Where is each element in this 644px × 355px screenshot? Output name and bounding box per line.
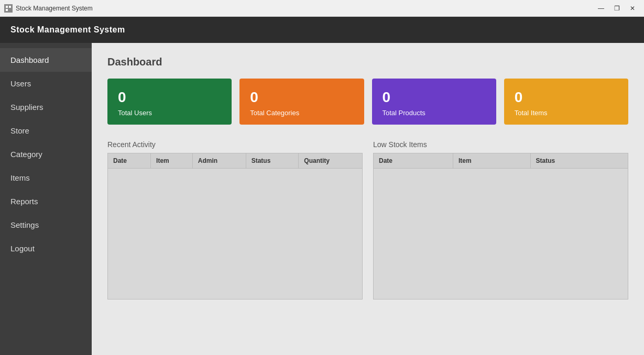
col-quantity: Quantity [299,153,363,169]
maximize-button[interactable]: ❐ [609,3,624,14]
sidebar-label-category: Category [10,150,42,159]
title-bar: Stock Management System — ❐ ✕ [0,0,644,17]
window-title: Stock Management System [16,5,93,12]
sidebar-item-items[interactable]: Items [0,166,92,190]
stat-number-items: 0 [515,89,618,106]
sidebar-item-settings[interactable]: Settings [0,213,92,237]
app-header-title: Stock Management System [10,25,125,35]
app-header: Stock Management System [0,17,644,43]
sidebar-item-store[interactable]: Store [0,119,92,142]
content-area: Dashboard 0 Total Users 0 Total Categori… [92,43,644,355]
app-icon [4,4,13,13]
stat-cards: 0 Total Users 0 Total Categories 0 Total… [107,79,628,125]
col-ls-date: Date [374,153,453,169]
sidebar-item-users[interactable]: Users [0,72,92,95]
low-stock-container: Low Stock Items Date Item Status [373,140,628,299]
col-status: Status [246,153,299,169]
svg-rect-1 [6,6,8,8]
stat-card-products: 0 Total Products [372,79,496,125]
stat-label-products: Total Products [383,109,486,117]
col-ls-status: Status [530,153,628,169]
app-window: Stock Management System — ❐ ✕ Stock Mana… [0,0,644,355]
low-stock-table: Date Item Status [373,153,628,299]
low-stock-title: Low Stock Items [373,140,628,149]
stat-card-items: 0 Total Items [504,79,628,125]
stat-label-categories: Total Categories [250,109,353,117]
col-ls-item: Item [453,153,530,169]
sidebar-item-reports[interactable]: Reports [0,190,92,213]
recent-activity-title: Recent Activity [107,140,363,149]
minimize-button[interactable]: — [594,3,608,14]
sidebar-label-items: Items [10,173,30,182]
stat-number-products: 0 [383,89,486,106]
sidebar-label-logout: Logout [10,244,35,253]
sidebar-label-suppliers: Suppliers [10,103,43,112]
svg-rect-2 [9,6,11,8]
sidebar: Dashboard Users Suppliers Store Category… [0,43,92,355]
stat-label-items: Total Items [515,109,618,117]
sidebar-label-users: Users [10,79,31,88]
col-date: Date [108,153,151,169]
col-admin: Admin [192,153,246,169]
page-title: Dashboard [107,56,628,68]
stat-label-users: Total Users [118,109,221,117]
col-item: Item [151,153,193,169]
stat-card-categories: 0 Total Categories [239,79,364,125]
recent-activity-container: Recent Activity Date Item Admin Status Q… [107,140,363,299]
sidebar-item-category[interactable]: Category [0,142,92,166]
sidebar-item-suppliers[interactable]: Suppliers [0,95,92,119]
main-layout: Dashboard Users Suppliers Store Category… [0,43,644,355]
stat-number-categories: 0 [250,89,353,106]
sidebar-item-dashboard[interactable]: Dashboard [0,48,92,72]
window-controls: — ❐ ✕ [594,3,640,14]
close-button[interactable]: ✕ [625,3,640,14]
recent-activity-table: Date Item Admin Status Quantity [107,153,363,299]
sidebar-label-settings: Settings [10,220,39,229]
svg-rect-3 [6,9,8,11]
sidebar-label-reports: Reports [10,197,38,206]
title-bar-left: Stock Management System [4,4,93,13]
sidebar-label-store: Store [10,126,29,135]
sidebar-item-logout[interactable]: Logout [0,237,92,260]
stat-card-users: 0 Total Users [107,79,232,125]
stat-number-users: 0 [118,89,221,106]
sidebar-label-dashboard: Dashboard [10,56,49,64]
tables-section: Recent Activity Date Item Admin Status Q… [107,140,628,299]
